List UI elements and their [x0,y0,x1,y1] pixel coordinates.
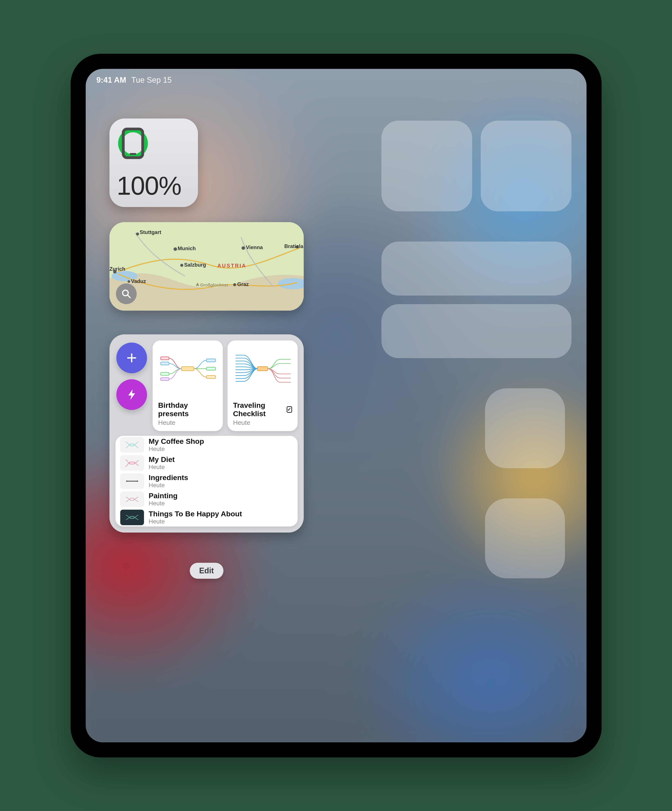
blurred-app-tile [485,499,565,578]
status-date: Tue Sep 15 [131,76,172,85]
blurred-app-tile [382,241,572,295]
map-city-label: Graz [237,281,249,287]
svg-rect-24 [161,373,169,375]
list-item[interactable]: My Diet Heute [115,454,298,472]
svg-rect-27 [206,367,216,370]
maps-search-button[interactable] [116,283,137,304]
svg-rect-22 [161,357,169,360]
svg-rect-51 [130,516,134,519]
list-item-thumb [120,492,144,507]
svg-rect-3 [130,153,136,155]
blurred-app-tile [485,389,565,468]
mindmap-card-sub: Heute [233,419,292,426]
list-item-title: Painting [149,492,178,500]
svg-rect-45 [130,444,134,446]
svg-point-9 [241,246,245,250]
map-city-label: Salzburg [184,262,206,268]
svg-point-8 [173,248,177,251]
mindmap-card-title: Birthday presents [158,401,217,418]
ipad-device-frame: 9:41 AM Tue Sep 15 [71,54,602,757]
svg-point-11 [180,264,183,267]
list-item-title: Things To Be Happy About [149,510,242,518]
map-feature-label: Großglockner [200,283,228,287]
mindmap-preview [227,340,298,397]
list-item-sub: Heute [149,518,242,525]
mindmap-widget[interactable]: Birthday presents Heute [109,334,304,533]
mindmap-card[interactable]: Traveling Checklist ✓ Heute [227,340,298,431]
map-city-label: Bratisla [284,243,304,249]
list-item-thumb [120,473,144,489]
map-city-label: Zurich [109,266,125,272]
svg-point-48 [126,480,127,482]
battery-ring [117,127,149,159]
map-city-label: Munich [178,246,196,251]
widget-column: 100% [109,119,304,579]
lightning-icon [127,389,137,400]
svg-rect-23 [161,362,169,365]
ipad-icon [117,127,149,159]
list-item-sub: Heute [149,464,175,471]
battery-percent: 100% [117,171,191,200]
list-item[interactable]: My Coffee Shop Heute [115,436,298,454]
search-icon [121,288,131,299]
list-item-title: My Coffee Shop [149,437,204,446]
list-item-sub: Heute [149,446,204,453]
maps-widget[interactable]: Stuttgart Munich Vienna Bratisla Zurich … [109,222,304,310]
mindmap-preview [153,340,223,397]
status-bar: 9:41 AM Tue Sep 15 [97,74,576,87]
svg-point-7 [136,232,139,236]
edit-button-label: Edit [199,566,214,575]
mindmap-card[interactable]: Birthday presents Heute [153,340,223,431]
map-country-label: AUSTRIA [217,263,246,268]
mindmap-card-sub: Heute [158,419,217,426]
mindmap-list: My Coffee Shop Heute My Diet Heute [115,436,298,526]
list-item-title: My Diet [149,455,175,464]
list-item-thumb [120,455,144,471]
checkbox-icon: ✓ [287,406,292,413]
list-item-sub: Heute [149,500,178,507]
list-item-thumb [120,437,144,453]
list-item[interactable]: Things To Be Happy About Heute [115,508,298,526]
svg-rect-50 [130,498,134,501]
map-city-label: Vaduz [131,278,146,284]
mindmap-top-row: Birthday presents Heute [115,340,298,431]
blurred-app-tile [382,304,572,358]
mindmap-actions [115,340,148,431]
blurred-app-tile [382,120,472,211]
list-item[interactable]: Painting Heute [115,490,298,508]
svg-rect-21 [182,367,194,371]
mindmap-card-title: Traveling Checklist [233,401,285,418]
map-city-label: Stuttgart [140,229,161,235]
quick-action-button[interactable] [116,379,147,410]
list-item-thumb [120,510,144,525]
svg-rect-25 [161,378,169,380]
new-mindmap-button[interactable] [116,343,147,373]
list-item-title: Ingredients [149,473,188,482]
blurred-app-tile [481,120,572,211]
map-city-label: Vienna [246,244,263,250]
list-item-sub: Heute [149,482,188,489]
svg-point-49 [137,480,138,482]
list-item[interactable]: Ingredients Heute [115,472,298,490]
battery-widget[interactable]: 100% [109,119,198,207]
svg-marker-20 [128,389,135,400]
svg-point-14 [127,280,130,283]
svg-point-12 [233,283,236,286]
svg-rect-29 [257,367,268,371]
status-time: 9:41 AM [97,76,126,85]
ipad-screen: 9:41 AM Tue Sep 15 [86,69,587,742]
svg-rect-26 [206,359,216,362]
plus-icon [126,352,138,364]
svg-line-17 [127,295,130,298]
svg-rect-46 [130,462,134,464]
edit-button[interactable]: Edit [190,563,224,579]
map-canvas: Stuttgart Munich Vienna Bratisla Zurich … [109,222,304,310]
svg-rect-28 [206,376,216,378]
